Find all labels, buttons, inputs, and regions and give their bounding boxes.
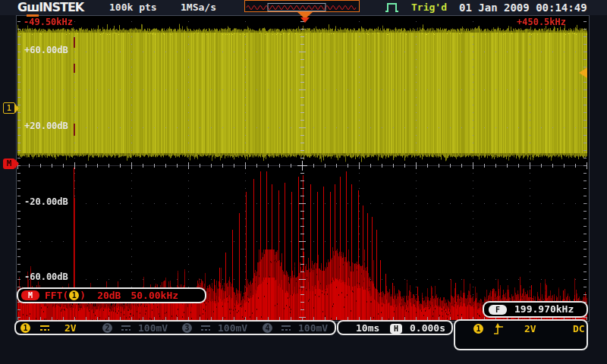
sample-rate-readout: 1MSa/s	[181, 2, 216, 13]
trace-canvas	[17, 16, 589, 321]
channel-3-scale: 100mV	[218, 323, 247, 333]
acquisition-preview[interactable]	[244, 0, 360, 12]
db-label-minus20: -20.00dB	[24, 197, 68, 206]
ch1-marker-pointer	[15, 104, 19, 113]
timebase-value: 10ms	[356, 323, 379, 334]
db-label-minus60: -60.00dB	[24, 272, 68, 281]
channel-3-number-badge: 3	[182, 323, 192, 333]
channel-2-dc-coupling-icon	[120, 324, 132, 332]
brand-logo: GшINSTEK	[17, 1, 83, 14]
channel-3-dc-coupling-icon	[200, 324, 212, 332]
db-label-plus20: +20.00dB	[24, 121, 68, 130]
channel-4-number-badge: 4	[263, 323, 272, 333]
math-position-marker[interactable]: M	[3, 158, 19, 169]
trigger-coupling: DC	[573, 324, 585, 334]
horizontal-status-box[interactable]: 10ms H 0.000s	[337, 320, 453, 335]
frequency-value: 199.970kHz	[514, 304, 574, 315]
fft-function-close: )	[80, 290, 86, 301]
channel-3-status[interactable]: 3 100mV	[182, 323, 247, 333]
channel-2-number-badge: 2	[102, 323, 112, 333]
brand-w-mark: ш	[27, 0, 39, 17]
channel-1-number-badge: 1	[20, 323, 30, 333]
record-length-readout: 100k pts	[109, 2, 157, 13]
channel-1-status[interactable]: 1 2V	[20, 323, 77, 333]
trigger-status-box[interactable]: 1 2V DC	[454, 319, 588, 350]
brand-g: G	[17, 0, 27, 14]
trigger-level: 2V	[524, 324, 536, 334]
trigger-source-badge: 1	[473, 324, 483, 334]
oscilloscope-screen: { "topbar": { "brand_g": "G", "brand_w":…	[0, 0, 607, 364]
ch1-position-marker[interactable]: 1	[3, 102, 19, 114]
freq-right-label: +450.5kHz	[517, 17, 566, 27]
ch1-marker-label: 1	[3, 102, 15, 114]
channel-4-dc-coupling-icon	[280, 324, 292, 332]
trigger-position-tick	[300, 17, 310, 23]
math-marker-pointer	[15, 159, 19, 168]
math-badge: M	[21, 290, 39, 300]
fft-status-box[interactable]: M FFT( 1 ) 20dB 50.00kHz	[17, 287, 206, 303]
channel-status-bar: 1 2V 2 100mV 3 100mV 4 100mV	[14, 320, 336, 335]
db-label-plus60: +60.00dB	[24, 46, 68, 55]
fft-source-channel-badge: 1	[69, 290, 79, 300]
datetime-readout: 01 Jan 2009 00:14:49	[459, 2, 587, 13]
channel-2-status[interactable]: 2 100mV	[102, 323, 168, 333]
channel-2-scale: 100mV	[138, 323, 168, 333]
horizontal-position: 0.000s	[410, 323, 445, 334]
frequency-badge: F	[489, 305, 507, 315]
horizontal-badge: H	[390, 324, 402, 334]
math-marker-label: M	[3, 158, 15, 169]
channel-1-dc-coupling-icon	[39, 324, 51, 332]
trigger-status-readout: Trig'd	[411, 2, 447, 13]
channel-4-scale: 100mV	[298, 323, 328, 333]
rising-edge-icon	[493, 323, 504, 335]
channel-4-status[interactable]: 4 100mV	[263, 323, 328, 333]
channel-1-scale: 2V	[64, 323, 77, 333]
fft-horizontal-scale: 50.00kHz	[131, 290, 178, 301]
fft-function-label: FFT(	[45, 290, 68, 301]
preview-waveform-icon	[245, 2, 357, 12]
waveform-display-area	[16, 15, 590, 322]
trigger-level-marker[interactable]	[579, 67, 587, 78]
frequency-counter-box[interactable]: F 199.970kHz	[483, 301, 588, 318]
brand-rest: INSTEK	[39, 0, 83, 14]
fft-vertical-scale: 20dB	[97, 290, 121, 301]
freq-left-label: -49.50kHz	[24, 17, 73, 27]
trigger-type-pulse-icon	[384, 2, 402, 14]
